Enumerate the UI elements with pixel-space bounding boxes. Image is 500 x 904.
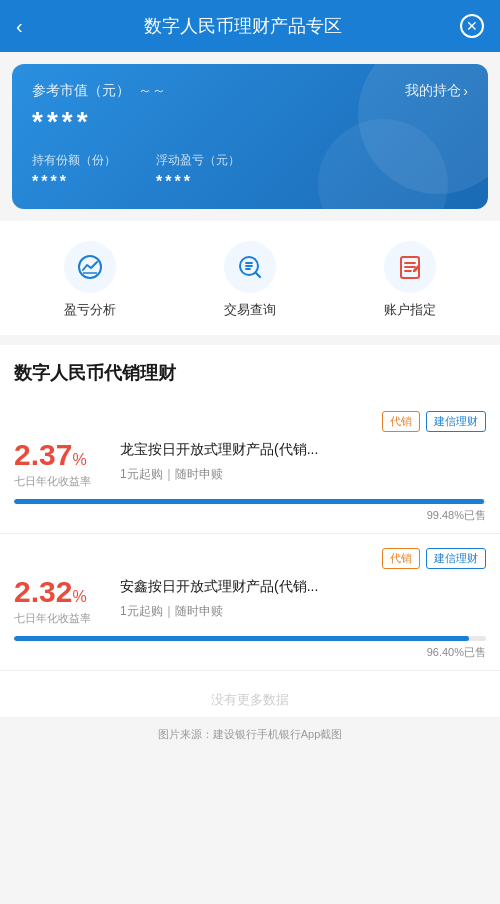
market-value: **** [32, 106, 468, 138]
product-rate: 2.32% 七日年化收益率 [14, 577, 104, 626]
action-account-designate[interactable]: 账户指定 [384, 241, 436, 319]
tag-bank: 建信理财 [426, 548, 486, 569]
product-main: 2.37% 七日年化收益率 龙宝按日开放式理财产品(代销... 1元起购｜随时申… [14, 440, 486, 489]
rate-label: 七日年化收益率 [14, 611, 104, 626]
tag-agency: 代销 [382, 548, 420, 569]
watermark-area: 没有更多数据 [0, 671, 500, 717]
no-more-data: 没有更多数据 [211, 692, 289, 707]
quick-actions: 盈亏分析 交易查询 账户指定 [0, 221, 500, 335]
eye-icon[interactable]: ～～ [138, 82, 166, 100]
header: ‹ 数字人民币理财产品专区 ✕ [0, 0, 500, 52]
product-name: 龙宝按日开放式理财产品(代销... [120, 440, 318, 460]
rate-label: 七日年化收益率 [14, 474, 104, 489]
account-designate-label: 账户指定 [384, 301, 436, 319]
account-designate-icon [396, 253, 424, 281]
product-progress: 99.48%已售 [14, 499, 486, 523]
action-trade-query[interactable]: 交易查询 [224, 241, 276, 319]
market-value-label: 参考市值（元） ～～ [32, 82, 166, 100]
holding-shares: 持有份额（份） **** [32, 152, 116, 191]
product-tags: 代销 建信理财 [14, 411, 486, 432]
account-designate-icon-wrap [384, 241, 436, 293]
tag-bank: 建信理财 [426, 411, 486, 432]
svg-line-3 [256, 273, 261, 278]
product-name: 安鑫按日开放式理财产品(代销... [120, 577, 318, 597]
my-holding-link[interactable]: 我的持仓 › [405, 82, 468, 100]
product-info: 安鑫按日开放式理财产品(代销... 1元起购｜随时申赎 [120, 577, 318, 620]
progress-bar-bg [14, 636, 486, 641]
trade-query-label: 交易查询 [224, 301, 276, 319]
trade-query-icon-wrap [224, 241, 276, 293]
tag-agency: 代销 [382, 411, 420, 432]
rate-value: 2.32% [14, 577, 104, 607]
product-card[interactable]: 代销 建信理财 2.32% 七日年化收益率 安鑫按日开放式理财产品(代销... … [0, 534, 500, 671]
progress-bar-fill [14, 636, 469, 641]
product-info: 龙宝按日开放式理财产品(代销... 1元起购｜随时申赎 [120, 440, 318, 483]
action-profit-analysis[interactable]: 盈亏分析 [64, 241, 116, 319]
rate-value: 2.37% [14, 440, 104, 470]
profit-analysis-label: 盈亏分析 [64, 301, 116, 319]
profit-analysis-icon [76, 253, 104, 281]
portfolio-bottom-row: 持有份额（份） **** 浮动盈亏（元） **** [32, 152, 468, 191]
chevron-right-icon: › [463, 83, 468, 99]
profit-analysis-icon-wrap [64, 241, 116, 293]
progress-bar-bg [14, 499, 486, 504]
footer-note: 图片来源：建设银行手机银行App截图 [0, 717, 500, 752]
section-title: 数字人民币代销理财 [0, 345, 500, 397]
product-meta: 1元起购｜随时申赎 [120, 603, 318, 620]
progress-label: 96.40%已售 [14, 645, 486, 660]
trade-query-icon [236, 253, 264, 281]
product-meta: 1元起购｜随时申赎 [120, 466, 318, 483]
product-progress: 96.40%已售 [14, 636, 486, 660]
portfolio-card: 参考市值（元） ～～ 我的持仓 › **** 持有份额（份） **** 浮动盈亏… [12, 64, 488, 209]
product-rate: 2.37% 七日年化收益率 [14, 440, 104, 489]
product-card[interactable]: 代销 建信理财 2.37% 七日年化收益率 龙宝按日开放式理财产品(代销... … [0, 397, 500, 534]
product-list: 数字人民币代销理财 代销 建信理财 2.37% 七日年化收益率 龙宝按日开放式理… [0, 345, 500, 717]
progress-label: 99.48%已售 [14, 508, 486, 523]
close-icon: ✕ [466, 18, 478, 34]
product-tags: 代销 建信理财 [14, 548, 486, 569]
float-pnl: 浮动盈亏（元） **** [156, 152, 240, 191]
page-title: 数字人民币理财产品专区 [33, 14, 454, 38]
product-main: 2.32% 七日年化收益率 安鑫按日开放式理财产品(代销... 1元起购｜随时申… [14, 577, 486, 626]
progress-bar-fill [14, 499, 484, 504]
close-button[interactable]: ✕ [460, 14, 484, 38]
portfolio-top-row: 参考市值（元） ～～ 我的持仓 › [32, 82, 468, 100]
back-button[interactable]: ‹ [16, 15, 23, 38]
